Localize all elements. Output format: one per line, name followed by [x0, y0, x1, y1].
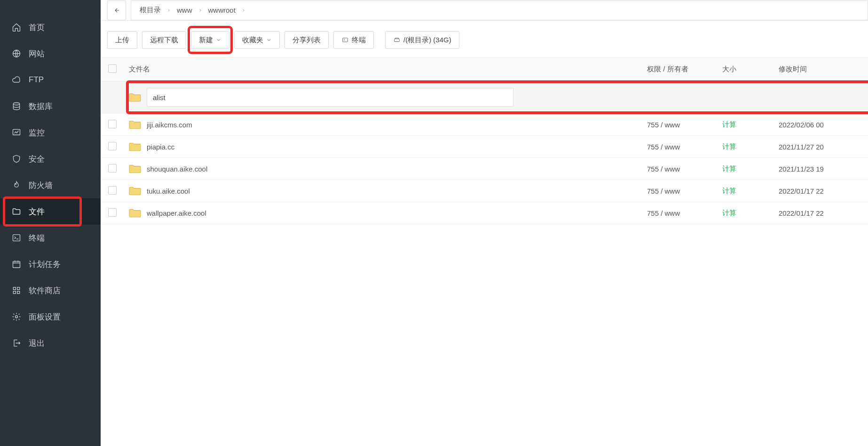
disk-icon — [393, 37, 401, 43]
sidebar-item-home[interactable]: 首页 — [0, 14, 101, 40]
calc-size-link[interactable]: 计算 — [722, 120, 736, 128]
row-checkbox[interactable] — [108, 186, 117, 195]
new-button[interactable]: 新建 — [191, 31, 229, 49]
chevron-down-icon — [266, 37, 272, 43]
file-perm: 755 / www — [642, 158, 718, 180]
terminal-icon — [12, 233, 21, 243]
disk-button[interactable]: /(根目录) (34G) — [385, 31, 459, 49]
upload-button[interactable]: 上传 — [107, 31, 137, 49]
file-time: 2022/01/17 22 — [774, 202, 868, 224]
svg-rect-4 — [13, 261, 20, 267]
svg-point-1 — [13, 103, 19, 105]
file-time: 2022/01/17 22 — [774, 180, 868, 202]
upload-label: 上传 — [115, 36, 129, 45]
file-time: 2021/11/23 19 — [774, 158, 868, 180]
sidebar-item-label: 网站 — [29, 48, 45, 59]
sidebar-item-monitor[interactable]: 监控 — [0, 119, 101, 146]
file-name[interactable]: wallpaper.aike.cool — [147, 209, 206, 217]
home-icon — [12, 23, 21, 32]
col-header-name[interactable]: 文件名 — [124, 58, 642, 81]
back-button[interactable] — [107, 0, 126, 20]
folder-icon — [129, 92, 141, 102]
sidebar-item-label: FTP — [29, 75, 44, 85]
calc-size-link[interactable]: 计算 — [722, 209, 736, 217]
folder-icon — [129, 208, 141, 218]
database-icon — [12, 102, 21, 111]
folder-icon — [129, 186, 141, 196]
cloud-icon — [12, 75, 21, 85]
file-time: 2022/02/06 00 — [774, 114, 868, 136]
flame-icon — [12, 180, 21, 190]
sidebar-item-label: 退出 — [29, 338, 45, 349]
breadcrumb: 根目录 www wwwroot — [131, 0, 868, 20]
table-row[interactable]: shouquan.aike.cool 755 / www 计算 2021/11/… — [101, 158, 868, 180]
file-time: 2021/11/27 20 — [774, 136, 868, 158]
col-header-time[interactable]: 修改时间 — [774, 58, 868, 81]
file-name[interactable]: tuku.aike.cool — [147, 187, 190, 195]
logout-icon — [12, 338, 21, 348]
calc-size-link[interactable]: 计算 — [722, 164, 736, 172]
file-perm: 755 / www — [642, 136, 718, 158]
share-list-button[interactable]: 分享列表 — [284, 31, 329, 49]
col-header-perm[interactable]: 权限 / 所有者 — [642, 58, 718, 81]
grid-icon — [12, 286, 21, 295]
new-folder-input[interactable] — [147, 88, 513, 107]
crumb-wwwroot[interactable]: wwwroot — [205, 6, 239, 14]
sidebar-item-logout[interactable]: 退出 — [0, 330, 101, 356]
file-name[interactable]: shouquan.aike.cool — [147, 165, 207, 173]
svg-rect-7 — [13, 291, 16, 294]
toolbar: 上传 远程下载 新建 收藏夹 分享列表 终端 /(根目录) (34G) — [101, 21, 868, 57]
svg-rect-6 — [17, 287, 20, 290]
sidebar-item-website[interactable]: 网站 — [0, 40, 101, 67]
terminal-icon — [341, 37, 349, 43]
crumb-www[interactable]: www — [173, 6, 196, 14]
folder-icon — [129, 164, 141, 174]
sidebar-item-database[interactable]: 数据库 — [0, 93, 101, 119]
chevron-down-icon — [216, 37, 221, 43]
share-label: 分享列表 — [292, 36, 321, 45]
svg-rect-11 — [395, 39, 400, 42]
svg-point-9 — [16, 316, 18, 318]
table-row[interactable]: wallpaper.aike.cool 755 / www 计算 2022/01… — [101, 202, 868, 224]
file-name[interactable]: piapia.cc — [147, 143, 174, 151]
table-row[interactable]: tuku.aike.cool 755 / www 计算 2022/01/17 2… — [101, 180, 868, 202]
row-checkbox[interactable] — [108, 120, 117, 128]
table-row[interactable]: jiji.aikcms.com 755 / www 计算 2022/02/06 … — [101, 114, 868, 136]
crumb-root[interactable]: 根目录 — [136, 6, 165, 15]
sidebar-item-label: 首页 — [29, 22, 45, 33]
file-perm: 755 / www — [642, 114, 718, 136]
svg-rect-10 — [343, 38, 348, 42]
svg-rect-3 — [13, 235, 20, 241]
terminal-button[interactable]: 终端 — [333, 31, 374, 49]
new-label: 新建 — [199, 36, 213, 45]
sidebar-item-terminal[interactable]: 终端 — [0, 225, 101, 251]
sidebar-item-ftp[interactable]: FTP — [0, 67, 101, 93]
sidebar-item-firewall[interactable]: 防火墙 — [0, 172, 101, 198]
calc-size-link[interactable]: 计算 — [722, 142, 736, 150]
file-table-wrap: 文件名 权限 / 所有者 大小 修改时间 — [101, 57, 868, 446]
calc-size-link[interactable]: 计算 — [722, 187, 736, 195]
row-checkbox[interactable] — [108, 164, 117, 172]
favorites-button[interactable]: 收藏夹 — [234, 31, 280, 49]
sidebar-item-settings[interactable]: 面板设置 — [0, 304, 101, 330]
select-all-checkbox[interactable] — [108, 64, 117, 73]
globe-icon — [12, 49, 21, 58]
sidebar-item-appstore[interactable]: 软件商店 — [0, 277, 101, 304]
folder-icon — [129, 119, 141, 130]
main-area: 根目录 www wwwroot 上传 远程下载 新建 收藏夹 分享列表 — [101, 0, 868, 446]
col-header-size[interactable]: 大小 — [718, 58, 774, 81]
new-folder-row — [101, 81, 868, 114]
row-checkbox[interactable] — [108, 208, 117, 217]
gear-icon — [12, 312, 21, 321]
table-row[interactable]: piapia.cc 755 / www 计算 2021/11/27 20 — [101, 136, 868, 158]
sidebar-item-security[interactable]: 安全 — [0, 146, 101, 172]
calendar-icon — [12, 259, 21, 269]
sidebar-top-logo-area — [0, 9, 101, 14]
row-checkbox[interactable] — [108, 142, 117, 150]
sidebar-item-label: 软件商店 — [29, 285, 61, 296]
sidebar-item-files[interactable]: 文件 — [0, 198, 101, 225]
sidebar-item-cron[interactable]: 计划任务 — [0, 251, 101, 277]
remote-download-button[interactable]: 远程下载 — [142, 31, 186, 49]
file-name[interactable]: jiji.aikcms.com — [147, 121, 192, 129]
terminal-label: 终端 — [352, 36, 366, 45]
